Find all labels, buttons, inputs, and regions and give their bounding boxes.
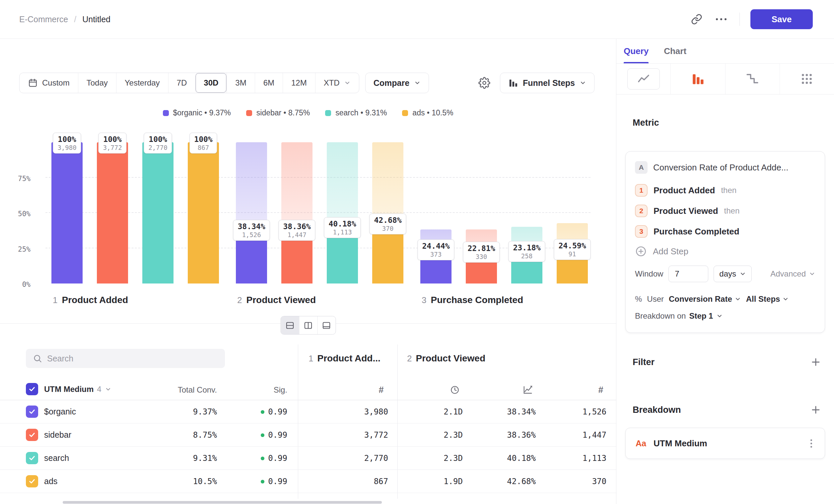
- table-row[interactable]: ads 10.5% 0.99 867 1.9D 42.68% 370: [0, 470, 616, 493]
- window-label: Window: [635, 269, 663, 278]
- date-range-3m[interactable]: 3M: [226, 73, 255, 93]
- funnel-bar[interactable]: 100%2,770: [142, 142, 174, 283]
- panel-body: Metric A Conversion Rate of Product Adde…: [616, 118, 834, 459]
- tab-chart[interactable]: Chart: [664, 39, 686, 63]
- horizontal-scrollbar[interactable]: [63, 501, 382, 504]
- add-step-button[interactable]: Add Step: [635, 242, 815, 261]
- window-unit-select[interactable]: days: [714, 266, 752, 282]
- layout-split-vertical-icon[interactable]: [299, 316, 317, 334]
- funnel-step-axis-label: 1Product Added: [51, 295, 219, 305]
- add-breakdown-button[interactable]: [810, 404, 822, 416]
- layout-bottom-panel-icon[interactable]: [317, 316, 335, 334]
- chart-type-retention-tab[interactable]: [725, 64, 780, 94]
- legend-item[interactable]: ads • 10.5%: [402, 109, 453, 117]
- date-range-7d[interactable]: 7D: [168, 73, 195, 93]
- row-checkbox[interactable]: [26, 429, 38, 441]
- sig-column-header[interactable]: Sig.: [274, 385, 287, 395]
- legend-item[interactable]: search • 9.31%: [325, 109, 387, 117]
- steps-scope-select[interactable]: All Steps: [746, 294, 789, 304]
- funnel-step-row-2[interactable]: 2 Product Viewed then: [635, 201, 815, 221]
- date-range-today[interactable]: Today: [78, 73, 116, 93]
- date-range-30d-active[interactable]: 30D: [195, 73, 226, 93]
- breakdown-column-header[interactable]: UTM Medium 4: [44, 385, 111, 394]
- funnel-step-row-1[interactable]: 1 Product Added then: [635, 180, 815, 201]
- funnel-bar[interactable]: 22.81%330: [466, 142, 497, 283]
- table-row[interactable]: sidebar 8.75% 0.99 3,772 2.3D 38.36% 1,4…: [0, 423, 616, 446]
- breadcrumb-section[interactable]: E-Commerce: [19, 15, 68, 24]
- funnel-bar[interactable]: 42.68%370: [372, 142, 403, 283]
- avg-time-column-clock-icon: [449, 384, 461, 396]
- funnel-bar-value-label: 100%3,772: [98, 133, 126, 154]
- breakdown-column-label: UTM Medium: [44, 385, 93, 394]
- legend-item[interactable]: sidebar • 8.75%: [246, 109, 310, 117]
- funnel-bar-value-label: 22.81%330: [463, 242, 500, 262]
- table-row[interactable]: $organic 9.37% 0.99 3,980 2.1D 38.34% 1,…: [0, 400, 616, 423]
- more-options-icon[interactable]: [714, 12, 729, 27]
- breakdown-property-card[interactable]: Aa UTM Medium: [626, 428, 825, 459]
- funnel-bar-value-label: 23.18%258: [508, 241, 545, 262]
- table-row[interactable]: search 9.31% 0.99 2,770 2.3D 40.18% 1,11…: [0, 446, 616, 470]
- funnel-bar[interactable]: 24.59%91: [557, 142, 588, 283]
- funnel-step-row-3[interactable]: 3 Purchase Completed: [635, 221, 815, 242]
- chart-type-funnel-tab-active[interactable]: [671, 64, 725, 94]
- funnel-bar[interactable]: 100%867: [188, 142, 219, 283]
- funnel-bar-value-label: 38.36%1,447: [278, 220, 315, 241]
- add-filter-button[interactable]: [810, 356, 822, 368]
- date-range-yesterday[interactable]: Yesterday: [116, 73, 168, 93]
- breakdown-on-step-select[interactable]: Breakdown on Step 1: [635, 308, 815, 324]
- date-range-group: Custom Today Yesterday 7D 30D 3M 6M 12M …: [19, 73, 359, 93]
- total-conv-value: 8.75%: [193, 430, 217, 440]
- breadcrumb: E-Commerce / Untitled: [19, 15, 110, 24]
- funnel-bar-value-label: 38.34%1,526: [233, 220, 270, 241]
- date-range-xtd[interactable]: XTD: [315, 73, 359, 93]
- step2-count: 1,113: [583, 454, 607, 463]
- legend-swatch: [402, 110, 408, 116]
- metric-title: Conversion Rate of Product Adde...: [653, 162, 789, 173]
- total-conv-value: 10.5%: [193, 477, 217, 486]
- measurement-label: Conversion Rate: [669, 294, 732, 304]
- layout-split-horizontal-icon[interactable]: [281, 316, 299, 334]
- save-button[interactable]: Save: [750, 9, 813, 29]
- tab-query[interactable]: Query: [624, 39, 649, 63]
- chart-type-selector[interactable]: Funnel Steps: [500, 73, 594, 93]
- funnel-bar[interactable]: 100%3,980: [51, 142, 83, 283]
- chart-type-line-tab[interactable]: [616, 64, 671, 94]
- legend-item[interactable]: $organic • 9.37%: [163, 109, 231, 117]
- row-checkbox[interactable]: [26, 406, 38, 418]
- funnel-bar[interactable]: 38.36%1,447: [281, 142, 312, 283]
- funnel-bar[interactable]: 23.18%258: [511, 142, 542, 283]
- share-link-icon[interactable]: [689, 12, 704, 27]
- chart-settings-gear-icon[interactable]: [475, 73, 494, 92]
- step2-count: 1,526: [583, 407, 607, 416]
- line-chart-icon: [627, 68, 660, 90]
- conversion-trend-column-icon: [522, 384, 534, 396]
- step-event-name: Product Added: [654, 185, 715, 196]
- window-value-input[interactable]: [668, 266, 708, 282]
- advanced-options-button[interactable]: Advanced: [770, 269, 815, 278]
- funnel-bar[interactable]: 24.44%373: [420, 142, 452, 283]
- row-checkbox[interactable]: [26, 475, 38, 487]
- kebab-menu-icon[interactable]: [808, 437, 815, 450]
- breakdown-count: 4: [97, 385, 101, 394]
- date-range-12m[interactable]: 12M: [283, 73, 315, 93]
- row-name: ads: [44, 477, 58, 486]
- funnel-bar[interactable]: 100%3,772: [97, 142, 128, 283]
- header-divider: [740, 13, 740, 26]
- compare-button[interactable]: Compare: [365, 73, 429, 93]
- search-input[interactable]: [47, 354, 218, 363]
- date-range-6m[interactable]: 6M: [255, 73, 283, 93]
- chevron-down-icon: [809, 271, 815, 277]
- breadcrumb-title[interactable]: Untitled: [82, 15, 110, 24]
- total-conv-column-header[interactable]: Total Conv.: [178, 385, 217, 395]
- counting-entity-label: User: [647, 294, 664, 304]
- step-name: Product Add...: [317, 353, 380, 364]
- measurement-select[interactable]: Conversion Rate: [669, 294, 741, 304]
- funnel-bar[interactable]: 40.18%1,113: [327, 142, 358, 283]
- breakdown-heading: Breakdown: [633, 405, 681, 415]
- funnel-step-group-2: 38.34%1,52638.36%1,44740.18%1,11342.68%3…: [236, 142, 403, 283]
- row-checkbox[interactable]: [26, 452, 38, 464]
- select-all-checkbox[interactable]: [26, 383, 38, 395]
- funnel-bar[interactable]: 38.34%1,526: [236, 142, 267, 283]
- chart-type-more-tab[interactable]: [780, 64, 834, 94]
- date-range-custom[interactable]: Custom: [20, 73, 78, 93]
